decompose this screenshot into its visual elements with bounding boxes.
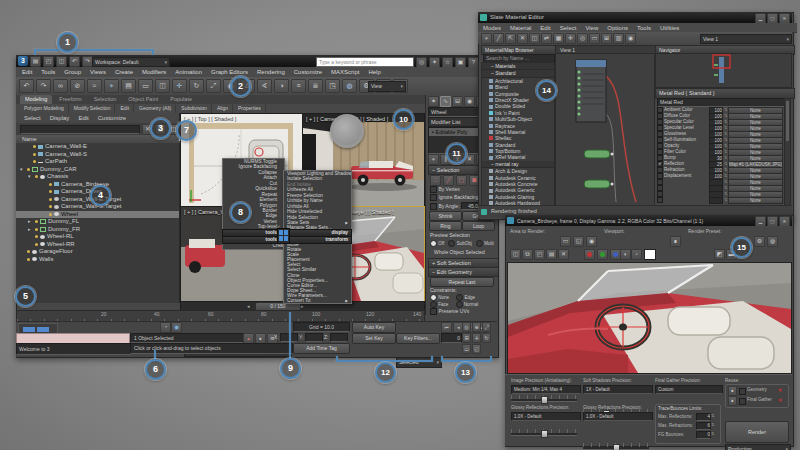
pick-material-icon[interactable]: ╱ (493, 33, 504, 44)
tree-item[interactable]: ▾ Chassis (16, 173, 179, 181)
ribbon-tab[interactable]: Object Paint (123, 95, 163, 104)
fg-bounces-field[interactable]: 0 (696, 431, 711, 439)
color-correction-icon[interactable]: ◩ (714, 249, 725, 260)
maximize-viewport-icon[interactable]: ◱ (472, 344, 481, 354)
set-key-button[interactable]: Set Key (352, 333, 396, 344)
shrink-button[interactable]: Shrink (429, 211, 462, 221)
visibility-toggle-icon[interactable] (49, 205, 52, 208)
put-to-library-icon[interactable]: ⇱ (505, 33, 516, 44)
menu-item[interactable]: Group (64, 69, 81, 75)
menu-item[interactable]: Views (90, 69, 106, 75)
lock-viewport-icon[interactable]: ∎ (670, 236, 681, 247)
glossy-refractions-slider[interactable] (583, 443, 649, 450)
material-browser-item[interactable]: – Standard (482, 70, 554, 77)
maximize-icon[interactable]: ▢ (767, 13, 778, 23)
tree-item[interactable]: Walls (16, 256, 179, 264)
create-tab-icon[interactable]: ✶ (428, 96, 439, 107)
reuse-final-gather-checkbox[interactable] (739, 398, 746, 405)
reuse-geometry-checkbox[interactable] (739, 388, 746, 395)
select-rotate-icon[interactable]: ↻ (189, 79, 204, 93)
workspace-dropdown[interactable]: Workspace: Default (92, 57, 170, 67)
by-angle-checkbox[interactable] (430, 203, 437, 210)
expand-arrow-icon[interactable]: ▾ (20, 166, 25, 174)
visibility-toggle-icon[interactable] (35, 235, 38, 238)
material-editor-icon[interactable]: ◍ (342, 79, 357, 93)
zoom-tool-icon[interactable]: ◎ (577, 33, 588, 44)
ribbon-tab[interactable]: Freeform (54, 95, 86, 104)
menu-item[interactable]: Edit (22, 69, 32, 75)
menu-item[interactable]: Select (560, 25, 577, 31)
constraint-normal-radio[interactable] (456, 301, 463, 308)
maximize-icon[interactable]: ▢ (767, 216, 778, 226)
visibility-toggle-icon[interactable] (35, 175, 38, 178)
material-editor-titlebar[interactable]: Slate Material Editor ▁▢✕ (478, 12, 792, 23)
by-vertex-checkbox[interactable] (430, 186, 437, 193)
select-tool-icon[interactable]: ⌖ (481, 33, 492, 44)
environment-icon[interactable]: ◍ (767, 236, 778, 247)
sign-in-icon[interactable]: ▣ (455, 57, 466, 67)
visibility-toggle-icon[interactable] (27, 250, 30, 253)
tree-item[interactable]: ▸ Dummy_FR (16, 226, 179, 234)
motion-tab-icon[interactable]: ◉ (464, 96, 475, 107)
tree-item[interactable]: Wheel (16, 211, 179, 219)
key-filters-button[interactable]: Key Filters... (396, 333, 440, 344)
lock-geometry-icon[interactable]: ∎ (728, 386, 737, 396)
angle-snap-icon[interactable]: ∢ (257, 79, 272, 93)
ribbon-subtab[interactable]: Geometry (All) (135, 104, 176, 113)
pin-stack-icon[interactable]: ⌖ (428, 154, 439, 165)
node-view-canvas[interactable] (555, 53, 655, 206)
menu-item[interactable]: View (585, 25, 598, 31)
redo-icon[interactable]: ↷ (36, 79, 51, 93)
go-start-icon[interactable]: ⏮ (441, 322, 452, 333)
hide-unused-slots-icon[interactable]: ◫ (529, 33, 540, 44)
menu-item[interactable]: Tools (637, 25, 651, 31)
search-icon[interactable]: ◎ (416, 57, 427, 67)
menu-item[interactable]: MAXScript (331, 69, 359, 75)
undo-icon[interactable]: ↶ (69, 56, 80, 67)
coord-y-field[interactable] (305, 333, 323, 342)
params-scrollbar[interactable] (784, 98, 791, 206)
zoom-extents-all-icon[interactable]: ⊞ (462, 333, 471, 343)
hierarchy-tab-icon[interactable]: ⊟ (452, 96, 463, 107)
view-selector-dropdown[interactable]: View 1 (700, 34, 792, 44)
green-channel-icon[interactable] (597, 249, 608, 260)
navigator-canvas[interactable] (655, 53, 792, 88)
menu-item[interactable]: Utilities (660, 25, 679, 31)
auto-key-button[interactable]: Auto Key (352, 322, 396, 333)
ribbon-subtab[interactable]: Align (213, 104, 233, 113)
menu-item[interactable]: Modes (483, 25, 501, 31)
visibility-toggle-icon[interactable] (33, 160, 36, 163)
zoom-extents-icon[interactable]: ⤢ (482, 322, 491, 332)
render-setup-icon[interactable]: ⚙ (754, 236, 765, 247)
visibility-toggle-icon[interactable] (35, 243, 38, 246)
ribbon-subtab[interactable]: Polygon Modeling (20, 104, 69, 113)
menu-item[interactable]: Rendering (257, 69, 285, 75)
print-image-icon[interactable]: ▤ (546, 249, 557, 260)
current-frame-field[interactable]: 0 (441, 333, 462, 343)
copy-image-icon[interactable]: ⧉ (522, 249, 533, 260)
glossy-reflections-slider[interactable] (511, 429, 577, 436)
zoom-region-icon[interactable]: ▭ (589, 33, 600, 44)
preview-subobj-radio[interactable] (448, 240, 455, 247)
select-move-icon[interactable]: ✛ (172, 79, 187, 93)
coord-z-field[interactable] (330, 333, 348, 342)
open-file-icon[interactable]: ◰ (43, 56, 54, 67)
visibility-toggle-icon[interactable] (49, 198, 52, 201)
ribbon-subtab[interactable]: Edit (116, 104, 134, 113)
ribbon-tab[interactable]: Populate (165, 95, 197, 104)
close-icon[interactable]: ✕ (779, 13, 790, 23)
bind-spacewarp-icon[interactable]: ≈ (87, 79, 102, 93)
material-name-field[interactable]: Metal Red (657, 98, 785, 107)
expand-arrow-icon[interactable]: ▾ (28, 173, 33, 181)
ring-button[interactable]: Ring (429, 221, 462, 231)
maxscript-mini-listener[interactable]: Welcome to 3 (16, 343, 132, 355)
select-object-icon[interactable]: ⌖ (104, 79, 119, 93)
select-by-name-icon[interactable]: ▤ (121, 79, 136, 93)
red-channel-icon[interactable] (584, 249, 595, 260)
user-account-icon[interactable]: ◉ (171, 322, 182, 333)
viewcube[interactable] (330, 114, 364, 148)
visibility-toggle-icon[interactable] (27, 258, 30, 261)
lock-final-gather-icon[interactable]: ∎ (728, 396, 737, 406)
app-logo-icon[interactable]: 3 (18, 56, 28, 66)
menu-item[interactable]: Tools (41, 69, 55, 75)
